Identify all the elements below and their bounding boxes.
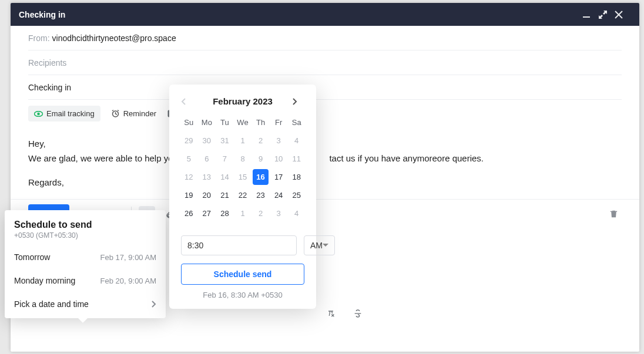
svg-line-11 xyxy=(118,110,119,112)
expand-icon[interactable] xyxy=(598,10,615,19)
schedule-popover: Schedule to send +0530 (GMT+05:30) Tomor… xyxy=(5,210,166,318)
next-month-icon[interactable] xyxy=(293,98,304,105)
svg-rect-0 xyxy=(583,16,590,18)
calendar-dow: Su xyxy=(181,114,197,130)
delete-icon[interactable] xyxy=(605,206,622,222)
calendar-day: 3 xyxy=(271,133,287,149)
calendar-day: 12 xyxy=(181,169,197,185)
calendar-day[interactable]: 25 xyxy=(289,187,304,203)
calendar-day[interactable]: 3 xyxy=(271,205,287,221)
calendar-day[interactable]: 22 xyxy=(235,187,251,203)
calendar-day: 29 xyxy=(181,133,197,149)
prev-month-icon[interactable] xyxy=(181,98,193,105)
calendar-day: 9 xyxy=(253,151,269,167)
calendar-day[interactable]: 24 xyxy=(271,187,287,203)
body-line: Regards, xyxy=(28,176,622,190)
subject-value: Checking in xyxy=(28,83,71,92)
calendar-title: February 2023 xyxy=(213,96,273,106)
ampm-value: AM xyxy=(310,241,323,250)
strikethrough-icon[interactable] xyxy=(350,305,366,322)
window-title: Checking in xyxy=(19,10,65,19)
options-row: Email tracking Reminder xyxy=(28,100,622,127)
calendar-dow: We xyxy=(235,114,251,130)
calendar-day[interactable]: 16 xyxy=(253,169,269,185)
calendar-dow: Th xyxy=(253,114,269,130)
reminder-option[interactable]: Reminder xyxy=(111,109,156,118)
calendar-day: 4 xyxy=(289,133,304,149)
calendar-day[interactable]: 20 xyxy=(199,187,215,203)
calendar-day[interactable]: 27 xyxy=(199,205,215,221)
calendar-day: 30 xyxy=(199,133,215,149)
message-body[interactable]: Hey, We are glad, we were able to help y… xyxy=(11,127,639,199)
minimize-icon[interactable] xyxy=(582,10,598,19)
svg-line-10 xyxy=(112,110,113,112)
schedule-heading: Schedule to send xyxy=(5,220,166,231)
svg-line-9 xyxy=(115,114,117,114)
recipients-placeholder: Recipients xyxy=(28,58,66,68)
schedule-option-monday[interactable]: Monday morning Feb 20, 9:00 AM xyxy=(5,269,166,292)
calendar-day: 14 xyxy=(217,169,233,185)
from-value: vinodhcidthirtyneotest@pro.space xyxy=(52,33,176,43)
calendar-day: 1 xyxy=(235,133,251,149)
calendar-day: 13 xyxy=(199,169,215,185)
subject-row[interactable]: Checking in xyxy=(28,75,622,100)
calendar-day: 6 xyxy=(199,151,215,167)
calendar-day: 2 xyxy=(253,133,269,149)
close-icon[interactable] xyxy=(615,11,631,19)
body-line: Hey, xyxy=(28,137,622,151)
from-row[interactable]: From: vinodhcidthirtyneotest@pro.space xyxy=(28,26,622,50)
calendar-day[interactable]: 28 xyxy=(217,205,233,221)
schedule-pick-datetime[interactable]: Pick a date and time xyxy=(5,292,166,316)
schedule-send-button[interactable]: Schedule send xyxy=(181,264,304,285)
calendar-day[interactable]: 23 xyxy=(253,187,269,203)
svg-point-6 xyxy=(37,112,40,115)
calendar-day[interactable]: 26 xyxy=(181,205,197,221)
alarm-icon xyxy=(111,109,120,118)
calendar-day: 8 xyxy=(235,151,251,167)
email-tracking-label: Email tracking xyxy=(46,109,95,118)
schedule-pick-label: Pick a date and time xyxy=(14,299,89,309)
body-line: We are glad, we were able to help you r … xyxy=(28,151,622,166)
calendar-day[interactable]: 4 xyxy=(289,205,304,221)
from-label: From: xyxy=(28,33,50,43)
time-input[interactable] xyxy=(181,235,297,255)
calendar-dow: Sa xyxy=(289,114,304,130)
calendar-dow: Mo xyxy=(199,114,215,130)
schedule-option-label: Tomorrow xyxy=(14,252,50,262)
datepicker-popover: February 2023 SuMoTuWeThFrSa293031123456… xyxy=(169,85,316,309)
svg-marker-2 xyxy=(599,15,603,19)
calendar-day[interactable]: 2 xyxy=(253,205,269,221)
calendar-day[interactable]: 19 xyxy=(181,187,197,203)
calendar-day[interactable]: 18 xyxy=(289,169,304,185)
chevron-down-icon xyxy=(323,242,328,248)
schedule-summary: Feb 16, 8:30 AM +0530 xyxy=(181,291,304,299)
header-fields: From: vinodhcidthirtyneotest@pro.space R… xyxy=(11,26,639,127)
format-toolbar-overflow xyxy=(323,305,366,322)
schedule-option-tomorrow[interactable]: Tomorrow Feb 17, 9:00 AM xyxy=(5,245,166,269)
recipients-row[interactable]: Recipients xyxy=(28,50,622,75)
calendar-grid: SuMoTuWeThFrSa29303112345678910111213141… xyxy=(181,114,304,221)
clear-format-icon[interactable] xyxy=(323,305,339,322)
schedule-timezone: +0530 (GMT+05:30) xyxy=(5,231,166,245)
calendar-day: 31 xyxy=(217,133,233,149)
svg-rect-23 xyxy=(610,211,616,212)
calendar-day: 15 xyxy=(235,169,251,185)
svg-marker-1 xyxy=(603,11,607,15)
reminder-label: Reminder xyxy=(123,109,156,118)
email-tracking-chip[interactable]: Email tracking xyxy=(28,106,100,122)
calendar-day[interactable]: 21 xyxy=(217,187,233,203)
chevron-right-icon xyxy=(152,301,156,308)
calendar-day: 11 xyxy=(289,151,304,167)
calendar-dow: Fr xyxy=(271,114,287,130)
calendar-day: 7 xyxy=(217,151,233,167)
ampm-select[interactable]: AM xyxy=(304,235,335,255)
calendar-dow: Tu xyxy=(217,114,233,130)
schedule-option-time: Feb 20, 9:00 AM xyxy=(100,277,156,285)
calendar-day: 10 xyxy=(271,151,287,167)
schedule-option-label: Monday morning xyxy=(14,276,75,285)
calendar-day[interactable]: 17 xyxy=(271,169,287,185)
schedule-option-time: Feb 17, 9:00 AM xyxy=(100,253,156,262)
eye-icon xyxy=(34,111,43,117)
calendar-day: 5 xyxy=(181,151,197,167)
calendar-day[interactable]: 1 xyxy=(235,205,251,221)
